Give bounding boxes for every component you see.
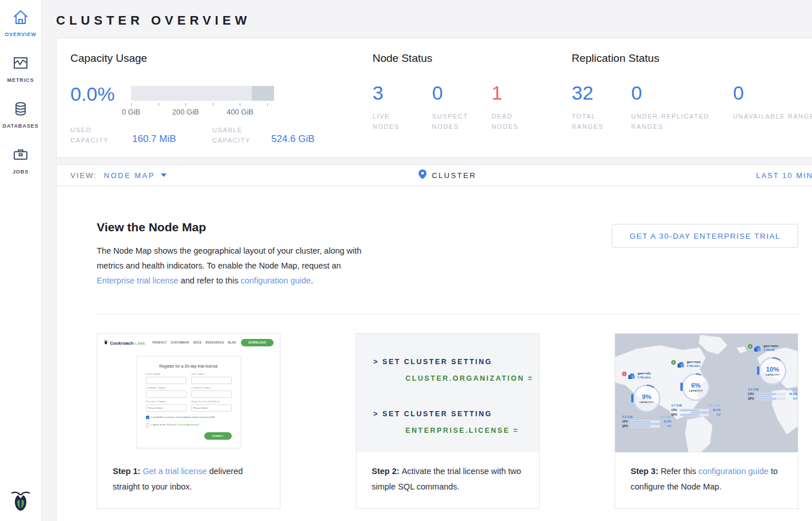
locality-nyc: ✓ geo=nyc 2 Nodes xyxy=(671,360,720,416)
locality-node-count: 1 Node xyxy=(763,348,778,352)
sql-code-block: > SET CLUSTER SETTING CLUSTER.ORGANIZATI… xyxy=(357,334,539,452)
capacity-donut: 9% CAPACITY xyxy=(631,382,663,415)
capacity-bar-chart: 0 GiB 200 GiB 400 GiB xyxy=(131,86,274,116)
sql-keyword: SET CLUSTER SETTING xyxy=(382,358,492,366)
qps-label: QPS xyxy=(671,413,678,416)
cpu-sparkline xyxy=(756,393,786,396)
sidebar-item-overview[interactable]: OVERVIEW xyxy=(0,0,41,46)
sidebar-item-label: JOBS xyxy=(13,169,29,175)
view-selected-value: NODE MAP xyxy=(104,171,155,180)
chevron-down-icon xyxy=(161,173,167,177)
cpu-value: 53.3% xyxy=(787,393,797,396)
field-label: REASON FOR INTEREST xyxy=(191,401,232,403)
locality-sfo: ! geo=sfo 2 Nodes xyxy=(622,372,671,428)
node-status-title: Node Status xyxy=(373,52,572,65)
get-trial-license-link[interactable]: Get a trial license xyxy=(142,467,207,476)
suspect-nodes-metric: 0 SUSPECT NODES xyxy=(432,82,492,132)
used-value: 3.6 GiB xyxy=(748,388,759,391)
ok-badge-icon: ✓ xyxy=(748,344,752,349)
total-value: 36.6 GiB xyxy=(785,388,797,391)
step-3-card: ! geo=sfo 2 Nodes xyxy=(615,333,798,509)
usable-capacity-label: USABLE CAPACITY xyxy=(212,125,259,145)
live-nodes-metric: 3 LIVE NODES xyxy=(373,82,432,132)
total-ranges-value: 32 xyxy=(572,82,631,104)
form-title: Register for a 30-day trial license xyxy=(146,364,232,368)
metrics-chart-icon xyxy=(12,54,29,74)
caption-text: Refer this xyxy=(660,467,698,476)
project-phase-select: Please Select xyxy=(146,404,187,412)
capacity-label: CAPACITY xyxy=(640,401,654,404)
step-1-preview-image: Cockroach LABS PRODUCT CUSTOMERS DOCS RE… xyxy=(97,334,280,452)
enterprise-trial-button[interactable]: GET A 30-DAY ENTERPRISE TRIAL xyxy=(612,224,798,248)
step-label: Step 2: xyxy=(372,467,402,476)
node-stack-icon xyxy=(678,360,684,370)
capacity-label: CAPACITY xyxy=(766,373,780,376)
alert-badge-icon: ! xyxy=(622,372,627,376)
sidebar-item-jobs[interactable]: JOBS xyxy=(0,137,41,183)
total-ranges-metric: 32 TOTAL RANGES xyxy=(572,82,631,132)
enterprise-trial-license-link[interactable]: Enterprise trial license xyxy=(97,276,179,285)
configuration-guide-link[interactable]: configuration guide xyxy=(698,467,769,476)
nav-item: DOCS xyxy=(193,341,202,344)
node-status-section: Node Status 3 LIVE NODES 0 SUSPECT NODES… xyxy=(373,50,572,157)
axis-tick-label: 200 GiB xyxy=(172,108,199,116)
checkbox-icon xyxy=(146,423,150,427)
app-root: OVERVIEW METRICS DATABASES xyxy=(0,0,812,521)
view-selector-dropdown[interactable]: VIEW: NODE MAP xyxy=(70,171,167,180)
sidebar-item-metrics[interactable]: METRICS xyxy=(0,46,41,92)
qps-sparkline xyxy=(631,425,660,428)
qps-value: 4.7 xyxy=(662,425,671,428)
sql-prompt: > xyxy=(374,358,379,366)
time-range-dropdown[interactable]: LAST 10 MIN xyxy=(756,171,812,180)
section-divider xyxy=(97,314,798,314)
capacity-percent: 6% xyxy=(691,382,701,389)
capacity-bar-segment xyxy=(252,86,274,101)
capacity-percent: 9% xyxy=(642,393,652,400)
logo-text: Cockroach xyxy=(110,341,133,346)
step-label: Step 3: xyxy=(631,467,660,476)
capacity-usage-title: Capacity Usage xyxy=(70,52,373,65)
node-map-intro: View the Node Map The Node Map shows the… xyxy=(97,220,370,297)
nav-item: RESOURCES xyxy=(205,341,224,344)
cockroachdb-logo xyxy=(10,489,31,514)
field-label: COMPANY NAME xyxy=(146,387,187,389)
under-replicated-ranges-value: 0 xyxy=(631,82,733,104)
under-replicated-ranges-metric: 0 UNDER-REPLICATED RANGES xyxy=(631,82,733,132)
page-title: CLUSTER OVERVIEW xyxy=(56,13,812,28)
qps-label: QPS xyxy=(622,425,629,428)
qps-sparkline xyxy=(756,397,786,400)
capacity-donut: 6% CAPACITY xyxy=(680,371,712,403)
node-map-panel: View the Node Map The Node Map shows the… xyxy=(56,186,812,521)
briefcase-icon xyxy=(12,146,29,165)
configuration-guide-link[interactable]: configuration guide xyxy=(240,276,311,285)
cpu-sparkline xyxy=(680,409,709,412)
sidebar-item-label: METRICS xyxy=(7,77,34,83)
nav-item: BLOG xyxy=(228,341,236,344)
field-label: FIRST NAME xyxy=(146,373,187,376)
trial-registration-form: Register for a 30-day trial license FIRS… xyxy=(137,356,241,448)
capacity-bar xyxy=(131,86,274,101)
cluster-summary-panel: Capacity Usage 0.0% xyxy=(56,38,812,158)
company-name-field xyxy=(146,390,187,398)
capacity-donut: 10% CAPACITY xyxy=(756,355,789,387)
sidebar-item-databases[interactable]: DATABASES xyxy=(0,92,41,137)
submit-button: SUBMIT xyxy=(204,432,232,440)
locality-name: geo=nyc xyxy=(687,360,701,364)
description-text: . xyxy=(311,276,313,285)
database-icon xyxy=(12,100,29,120)
live-nodes-value: 3 xyxy=(373,82,432,104)
main-content: CLUSTER OVERVIEW Capacity Usage 0.0% xyxy=(41,0,812,521)
breadcrumb[interactable]: CLUSTER xyxy=(418,169,476,181)
qps-label: QPS xyxy=(748,397,755,400)
step-3-caption: Step 3: Refer this configuration guide t… xyxy=(615,452,798,508)
capacity-label: CAPACITY xyxy=(689,389,703,392)
cpu-label: CPU xyxy=(748,393,755,396)
ok-badge-icon: ✓ xyxy=(671,360,676,365)
checkbox-checked-icon xyxy=(146,416,150,420)
locality-name: geo=ams xyxy=(763,344,778,348)
company-email-field xyxy=(191,390,232,398)
used-capacity-value: 160.7 MiB xyxy=(132,133,212,145)
sidebar: OVERVIEW METRICS DATABASES xyxy=(0,0,42,521)
license-agreement-checkbox-row: I agree to the Software License Agreemen… xyxy=(146,423,232,427)
dead-nodes-value: 1 xyxy=(492,82,551,104)
